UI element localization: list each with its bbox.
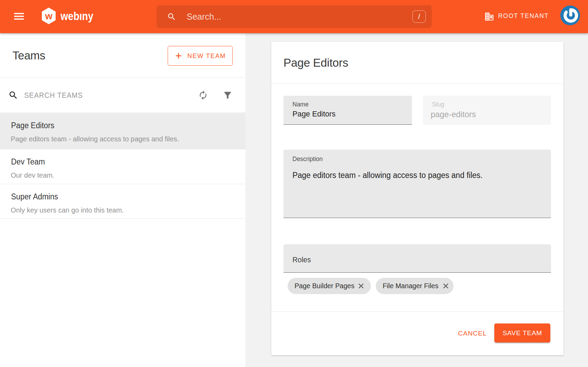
svg-text:w: w <box>45 11 53 21</box>
